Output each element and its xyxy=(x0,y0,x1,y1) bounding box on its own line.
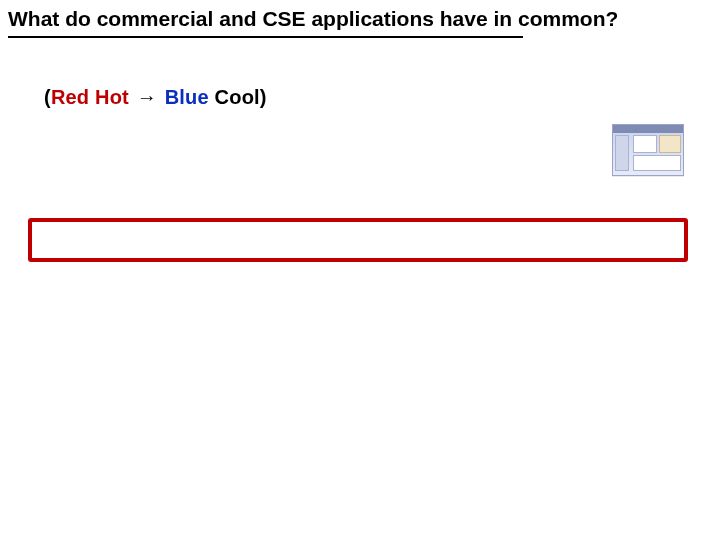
paren-open: ( xyxy=(44,86,51,108)
thumbnail-pane xyxy=(659,135,681,153)
thumbnail-pane xyxy=(633,135,657,153)
red-hot-text: Red Hot xyxy=(51,86,129,108)
thumbnail-sidebar xyxy=(615,135,629,171)
highlight-rectangle xyxy=(28,218,688,262)
screenshot-thumbnail xyxy=(612,124,684,176)
cool-text: Cool) xyxy=(209,86,267,108)
slide-title: What do commercial and CSE applications … xyxy=(8,6,712,32)
subheading: (Red Hot → Blue Cool) xyxy=(44,86,267,109)
slide-title-block: What do commercial and CSE applications … xyxy=(0,0,720,38)
thumbnail-pane xyxy=(633,155,681,171)
thumbnail-titlebar xyxy=(613,125,683,133)
blue-text: Blue xyxy=(165,86,209,108)
arrow-icon: → xyxy=(135,86,159,108)
title-underline xyxy=(8,36,523,38)
